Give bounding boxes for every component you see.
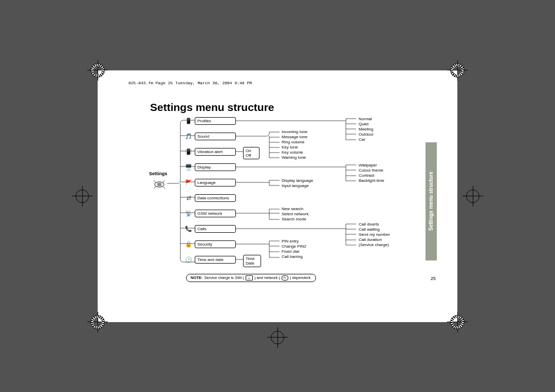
sim-icon: ▭ [246,275,253,281]
note-text-2: ) and network ( [254,275,280,280]
page-title: Settings menu structure [150,101,274,114]
note-text-1: Service charge is SIM ( [204,275,244,280]
note-prefix: NOTE: [191,275,202,280]
crop-mark [87,60,108,81]
root-settings-label: Settings [149,171,168,176]
menu-structure-diagram: 📱 🎵 📳 🖥️ 🚩 ⇄ 📡 📞 🔒 🕒 Profiles Sound Vibr… [181,117,402,266]
note-text-3: ) dependent. [290,275,311,280]
connector-lines [181,117,402,271]
footnote: NOTE: Service charge is SIM ( ▭ ) and ne… [186,274,316,282]
section-tab: Settings menu structure [425,142,437,260]
section-tab-label: Settings menu structure [429,172,434,231]
header-filename: 025-043.fm Page 25 Tuesday, March 30, 20… [128,81,252,85]
registration-target [267,327,288,348]
registration-target [72,186,92,207]
settings-icon [152,178,165,190]
manual-page: 025-043.fm Page 25 Tuesday, March 30, 20… [98,70,457,322]
crop-mark [447,60,468,81]
registration-target [462,186,483,207]
svg-rect-1 [157,183,161,186]
crop-mark [87,312,108,332]
page-number: 25 [431,276,436,281]
crop-mark [447,312,468,332]
network-icon: ዀ [282,275,288,281]
